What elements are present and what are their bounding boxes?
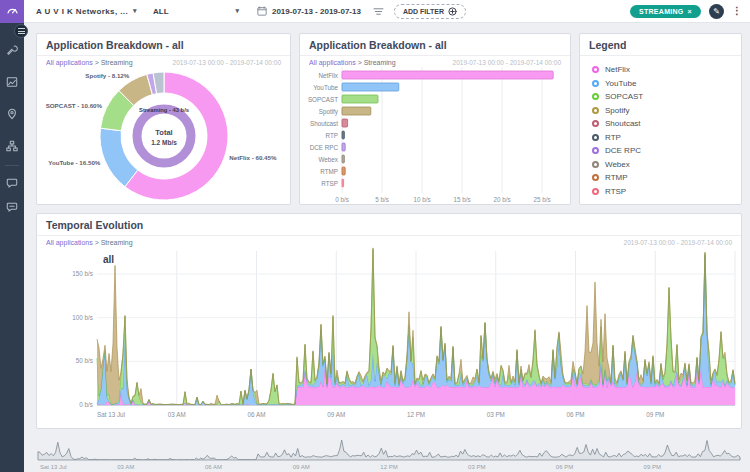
panel-title: Application Breakdown - all: [300, 34, 570, 56]
sidebar-item-dashboard[interactable]: [0, 0, 24, 23]
date-range-picker[interactable]: 2019-07-13 - 2019-07-13: [257, 6, 361, 16]
sidebar-item-support[interactable]: [0, 196, 24, 220]
breadcrumb-link[interactable]: All applications: [309, 59, 356, 66]
overview-x-tick: 12 PM: [380, 464, 397, 470]
add-filter-button[interactable]: ADD FILTER: [394, 4, 466, 19]
legend-label: DCE RPC: [605, 146, 641, 155]
temporal-y-tick: 100 b/s: [72, 314, 93, 321]
bar-category-label: RTP: [326, 132, 338, 139]
bar-x-tick: 15 b/s: [453, 196, 470, 203]
temporal-chart-svg[interactable]: 0 b/s50 b/s100 b/s150 b/sSat 13 Jul03 AM…: [37, 247, 741, 427]
filter-icon[interactable]: [373, 7, 384, 16]
bar-x-tick: 0 b/s: [335, 196, 349, 203]
scope-selector[interactable]: ALL ▾: [153, 7, 239, 16]
more-options-button[interactable]: ⋮: [732, 6, 742, 16]
bar-chart-area[interactable]: 0 b/s5 b/s10 b/s15 b/s20 b/s25 b/sNetFli…: [300, 67, 570, 209]
bar-rtmp[interactable]: [342, 167, 345, 175]
bar-x-tick: 5 b/s: [375, 196, 389, 203]
legend-item-rtmp[interactable]: RTMP: [592, 173, 729, 182]
temporal-x-tick: 03 PM: [487, 411, 505, 418]
donut-chart-area[interactable]: NetFlix - 60.45%YouTube - 16.50%SOPCAST …: [37, 67, 290, 206]
bar-category-label: RTMP: [320, 168, 338, 175]
bar-x-tick: 25 b/s: [533, 196, 550, 203]
legend-dot: [592, 188, 599, 195]
legend-item-sopcast[interactable]: SOPCAST: [592, 92, 729, 101]
breadcrumb-link[interactable]: All applications: [46, 239, 93, 246]
temporal-x-tick: 06 PM: [566, 411, 584, 418]
temporal-x-tick: 09 PM: [646, 411, 664, 418]
legend-label: SOPCAST: [605, 92, 643, 101]
legend-item-netflix[interactable]: NetFlix: [592, 65, 729, 74]
bar-dce-rpc[interactable]: [342, 143, 345, 151]
breadcrumb: All applications > Streaming: [46, 239, 133, 246]
legend-item-dce-rpc[interactable]: DCE RPC: [592, 146, 729, 155]
overview-brush-chart[interactable]: Sat 13 Jul03 AM06 AM09 AM12 PM03 PM06 PM…: [36, 433, 742, 471]
sidebar-item-messages[interactable]: [0, 172, 24, 196]
bar-netflix[interactable]: [342, 71, 553, 79]
sidebar: [0, 0, 24, 472]
legend-title: Legend: [580, 34, 741, 56]
sidebar-item-reports[interactable]: [0, 71, 24, 95]
temporal-evolution-panel: Temporal Evolution All applications > St…: [36, 213, 742, 429]
legend-panel: Legend NetFlixYouTubeSOPCASTSpotifyShout…: [579, 33, 742, 205]
sidebar-item-topology[interactable]: [0, 135, 24, 159]
legend-dot: [592, 147, 599, 154]
close-icon[interactable]: ×: [688, 8, 692, 15]
chat-bubble-icon: [6, 175, 18, 193]
bar-category-label: Webex: [319, 156, 339, 163]
overview-chart-svg[interactable]: Sat 13 Jul03 AM06 AM09 AM12 PM03 PM06 PM…: [36, 433, 742, 471]
bar-webex[interactable]: [342, 155, 344, 163]
overview-x-tick: Sat 13 Jul: [40, 464, 67, 470]
legend-label: Spotify: [605, 106, 629, 115]
legend-dot: [592, 107, 599, 114]
legend-list: NetFlixYouTubeSOPCASTSpotifyShoutcastRTP…: [580, 56, 741, 209]
donut-center-label: Total: [155, 128, 172, 137]
bar-x-tick: 20 b/s: [493, 196, 510, 203]
bar-sopcast[interactable]: [342, 95, 378, 103]
network-selector-label: A U V I K Networks, ...: [36, 7, 128, 16]
sidebar-item-locations[interactable]: [0, 103, 24, 127]
bar-x-tick: 10 b/s: [413, 196, 430, 203]
sidebar-item-tools[interactable]: [0, 39, 24, 63]
panel-title: Temporal Evolution: [37, 214, 741, 236]
breadcrumb: All applications > Streaming: [46, 59, 133, 66]
breadcrumb-link[interactable]: All applications: [46, 59, 93, 66]
edit-button[interactable]: ✎: [709, 4, 724, 19]
bar-category-label: SOPCAST: [308, 96, 338, 103]
bar-shoutcast[interactable]: [342, 119, 348, 127]
donut-slice-label: Spotify - 8.12%: [85, 72, 130, 79]
temporal-y-tick: 0 b/s: [79, 401, 93, 408]
chat-alt-icon: [6, 199, 18, 217]
legend-label: RTMP: [605, 173, 628, 182]
overview-area[interactable]: [38, 440, 740, 460]
breadcrumb-separator: >: [95, 59, 99, 66]
filter-chip-streaming[interactable]: STREAMING ×: [630, 5, 701, 18]
bar-youtube[interactable]: [342, 83, 399, 91]
calendar-icon: [257, 6, 267, 16]
donut-slice-youtube[interactable]: [100, 128, 138, 187]
bar-rtsp[interactable]: [342, 179, 344, 187]
donut-inner-ring-label: Streaming - 43 b/s: [139, 107, 189, 113]
sidebar-collapse-toggle[interactable]: [14, 24, 28, 38]
legend-item-webex[interactable]: Webex: [592, 160, 729, 169]
bar-spotify[interactable]: [342, 107, 371, 115]
legend-item-rtp[interactable]: RTP: [592, 133, 729, 142]
application-breakdown-bar-panel: Application Breakdown - all All applicat…: [299, 33, 571, 205]
legend-item-rtsp[interactable]: RTSP: [592, 187, 729, 196]
bar-category-label: DCE RPC: [310, 144, 339, 151]
temporal-y-tick: 50 b/s: [76, 357, 93, 364]
legend-item-shoutcast[interactable]: Shoutcast: [592, 119, 729, 128]
network-selector[interactable]: A U V I K Networks, ... ▾: [36, 7, 137, 16]
network-icon: [6, 138, 18, 156]
legend-label: RTSP: [605, 187, 626, 196]
legend-item-spotify[interactable]: Spotify: [592, 106, 729, 115]
chevron-down-icon: ▾: [133, 7, 137, 15]
bar-rtp[interactable]: [342, 131, 344, 139]
legend-item-youtube[interactable]: YouTube: [592, 79, 729, 88]
temporal-chart-area[interactable]: 0 b/s50 b/s100 b/s150 b/sSat 13 Jul03 AM…: [37, 247, 741, 431]
filter-chip-label: STREAMING: [639, 8, 684, 15]
donut-chart-svg[interactable]: NetFlix - 60.45%YouTube - 16.50%SOPCAST …: [37, 67, 290, 202]
legend-label: RTP: [605, 133, 621, 142]
breadcrumb-current: Streaming: [101, 239, 133, 246]
bar-chart-svg[interactable]: 0 b/s5 b/s10 b/s15 b/s20 b/s25 b/sNetFli…: [300, 67, 568, 205]
